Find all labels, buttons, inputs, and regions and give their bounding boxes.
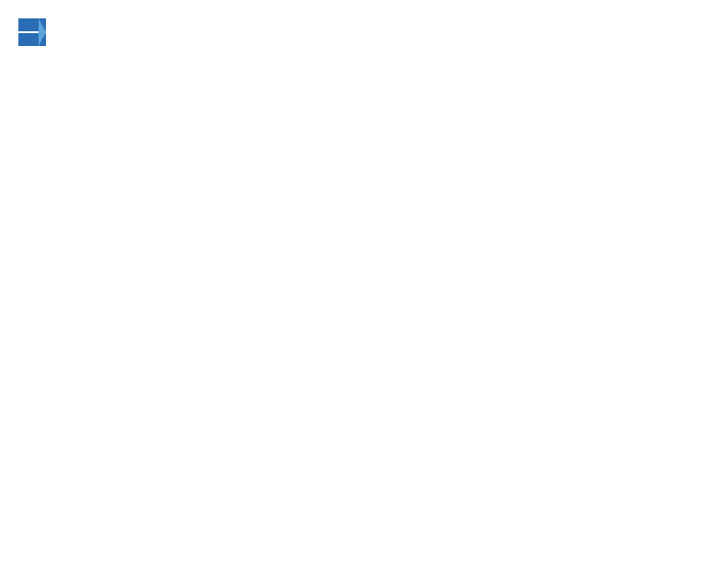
logo (18, 18, 50, 46)
page-header (18, 18, 710, 46)
logo-icon (18, 18, 46, 46)
